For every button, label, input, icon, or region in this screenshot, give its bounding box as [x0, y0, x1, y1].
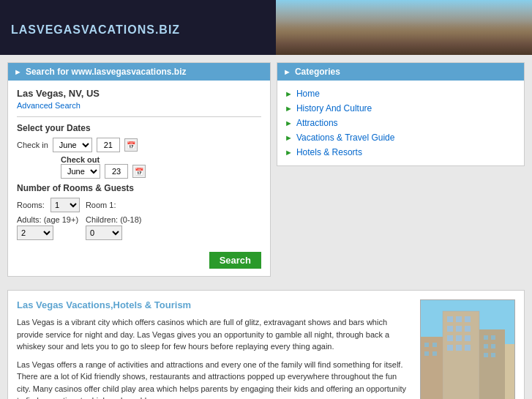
checkin-day-input[interactable]	[97, 138, 120, 152]
article-para-1: Las Vegas is a vibrant city which offers…	[17, 316, 411, 353]
svg-rect-16	[479, 329, 505, 399]
children-label: Children: (0-18)	[86, 215, 141, 224]
svg-rect-25	[432, 343, 437, 347]
adults-col: Adults: (age 19+) 2	[17, 215, 78, 240]
cat-arrow-icon-3: ►	[285, 119, 293, 127]
left-panel: ► Search for www.lasvegasvacations.biz L…	[7, 62, 271, 283]
categories-header-label: Categories	[295, 67, 340, 77]
title-tld: .BIZ	[155, 23, 180, 36]
checkout-calendar-icon[interactable]: 📅	[132, 165, 146, 178]
site-title: LASVEGASVACATIONS.BIZ	[11, 16, 180, 39]
search-button[interactable]: Search	[209, 252, 261, 269]
cat-item-home[interactable]: ► Home	[285, 86, 517, 101]
svg-rect-2	[443, 311, 479, 399]
checkout-day-input[interactable]	[105, 164, 128, 179]
cat-label-history: History And Culture	[296, 103, 372, 113]
cat-arrow-icon: ►	[285, 89, 293, 98]
svg-rect-4	[447, 316, 453, 322]
svg-rect-22	[491, 353, 495, 357]
divider	[17, 116, 261, 117]
svg-rect-21	[484, 353, 488, 357]
cat-item-vacations[interactable]: ► Vacations & Travel Guide	[285, 130, 517, 145]
svg-rect-6	[465, 316, 471, 322]
rooms-label: Number of Rooms & Guests	[17, 183, 261, 193]
search-arrow-icon: ►	[14, 67, 22, 76]
header-buildings	[276, 0, 532, 55]
checkout-block: Check out June 📅	[61, 155, 261, 179]
main-content: ► Search for www.lasvegasvacations.biz L…	[0, 55, 532, 290]
cat-arrow-icon-5: ►	[285, 148, 293, 157]
advanced-search-link[interactable]: Advanced Search	[17, 101, 80, 110]
children-select[interactable]: 0	[86, 225, 122, 240]
svg-rect-10	[447, 335, 453, 341]
categories-arrow-icon: ►	[283, 67, 291, 76]
search-box: ► Search for www.lasvegasvacations.biz L…	[7, 62, 271, 277]
bottom-content: Las Vegas Vacations,Hotels & Tourism Las…	[7, 290, 525, 399]
svg-rect-9	[465, 326, 471, 332]
checkout-row: June 📅	[61, 164, 261, 179]
cat-item-attractions[interactable]: ► Attractions	[285, 116, 517, 130]
cat-label-hotels: Hotels & Resorts	[296, 147, 362, 157]
cat-arrow-icon-2: ►	[285, 104, 293, 113]
cat-label-vacations: Vacations & Travel Guide	[296, 133, 395, 143]
right-panel: ► Categories ► Home ► History And Cultur…	[277, 62, 525, 283]
svg-rect-11	[456, 335, 462, 341]
article-text: Las Vegas Vacations,Hotels & Tourism Las…	[17, 299, 411, 399]
search-header-label: Search for www.lasvegasvacations.biz	[26, 67, 187, 77]
svg-rect-5	[456, 316, 462, 322]
title-main: LASVEGASVACATIONS	[11, 23, 155, 36]
dates-label: Select your Dates	[17, 123, 261, 133]
categories-header: ► Categories	[277, 63, 524, 81]
hotel-image	[420, 299, 515, 399]
location-text: Las Vegas, NV, US	[17, 88, 261, 99]
svg-rect-14	[456, 345, 462, 351]
cat-label-home: Home	[296, 89, 320, 99]
cat-item-history[interactable]: ► History And Culture	[285, 101, 517, 116]
svg-rect-7	[447, 326, 453, 332]
svg-rect-18	[491, 335, 495, 340]
svg-rect-24	[424, 343, 429, 347]
rooms-row: Rooms: 1 Room 1:	[17, 198, 261, 212]
checkin-label: Check in	[17, 141, 48, 149]
checkout-label: Check out	[61, 155, 261, 164]
adults-select[interactable]: 2	[17, 225, 53, 240]
search-header: ► Search for www.lasvegasvacations.biz	[8, 63, 270, 81]
svg-rect-13	[447, 345, 453, 351]
children-col: Children: (0-18) 0	[86, 215, 141, 240]
svg-rect-23	[421, 337, 443, 399]
rooms-select[interactable]: 1	[50, 198, 80, 212]
checkin-month-select[interactable]: June	[53, 138, 92, 152]
categories-list: ► Home ► History And Culture ► Attractio…	[277, 81, 524, 165]
site-header: LASVEGASVACATIONS.BIZ	[0, 0, 532, 55]
checkin-calendar-icon[interactable]: 📅	[124, 138, 138, 152]
svg-rect-15	[465, 345, 471, 351]
guests-group: Adults: (age 19+) 2 Children: (0-18) 0	[17, 215, 261, 240]
svg-rect-12	[465, 335, 471, 341]
categories-box: ► Categories ► Home ► History And Cultur…	[277, 62, 525, 166]
article-para-2: Las Vegas offers a range of activities a…	[17, 359, 411, 400]
search-body: Las Vegas, NV, US Advanced Search Select…	[8, 81, 270, 276]
svg-rect-26	[424, 351, 429, 356]
cat-arrow-icon-4: ►	[285, 133, 293, 142]
rooms-text: Rooms:	[17, 201, 45, 209]
adults-label: Adults: (age 19+)	[17, 215, 78, 224]
svg-rect-19	[484, 344, 488, 348]
svg-rect-20	[491, 344, 495, 348]
cat-label-attractions: Attractions	[296, 118, 338, 128]
rooms-section: Number of Rooms & Guests Rooms: 1 Room 1…	[17, 183, 261, 269]
article-title: Las Vegas Vacations,Hotels & Tourism	[17, 299, 411, 310]
svg-rect-27	[432, 351, 437, 356]
checkout-month-select[interactable]: June	[61, 164, 100, 179]
room1-label: Room 1:	[86, 201, 116, 209]
cat-item-hotels[interactable]: ► Hotels & Resorts	[285, 145, 517, 160]
checkin-row: Check in June 📅	[17, 138, 261, 152]
svg-rect-8	[456, 326, 462, 332]
svg-rect-17	[484, 335, 488, 340]
